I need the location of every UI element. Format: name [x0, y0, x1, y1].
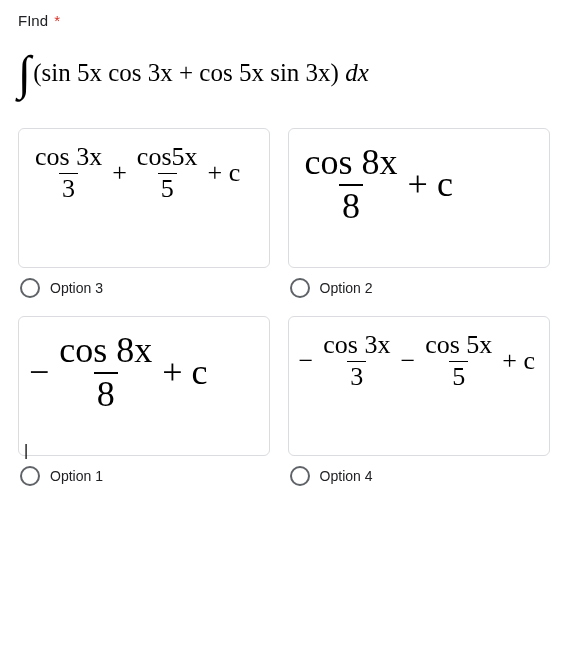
options-grid: cos 3x 3 + cos5x 5 + c Option 3 cos 8x 8	[18, 128, 550, 486]
option-radio-4[interactable]: Option 4	[288, 466, 550, 486]
title-text: FInd	[18, 12, 48, 29]
formula-option-1: − cos 8x 8 + c	[29, 331, 212, 414]
radio-icon	[290, 466, 310, 486]
integral-sign: ∫	[18, 45, 31, 100]
option-cell-2: cos 8x 8 + c Option 2	[288, 128, 550, 298]
frac-den: 3	[347, 361, 366, 392]
option-radio-1[interactable]: Option 1	[18, 466, 270, 486]
frac-num: cos 3x	[32, 143, 105, 173]
radio-icon	[290, 278, 310, 298]
formula-option-2: cos 8x 8 + c	[299, 143, 457, 226]
tail-text: + c	[162, 353, 207, 393]
leading-minus: −	[29, 353, 49, 393]
tail-text: + c	[208, 159, 241, 188]
frac-den: 5	[449, 361, 468, 392]
option-image-2[interactable]: cos 8x 8 + c	[288, 128, 550, 268]
tail-text: + c	[408, 165, 453, 205]
option-label: Option 3	[50, 280, 103, 296]
frac-num: cos 5x	[422, 331, 495, 361]
option-label: Option 2	[320, 280, 373, 296]
frac-num: cos 8x	[302, 143, 401, 184]
dx-text: dx	[345, 59, 369, 87]
option-label: Option 4	[320, 468, 373, 484]
radio-icon	[20, 278, 40, 298]
leading-minus: −	[299, 347, 314, 376]
option-radio-3[interactable]: Option 3	[18, 278, 270, 298]
option-image-4[interactable]: − cos 3x 3 − cos 5x 5 + c	[288, 316, 550, 456]
option-radio-2[interactable]: Option 2	[288, 278, 550, 298]
radio-icon	[20, 466, 40, 486]
option-cell-3: cos 3x 3 + cos5x 5 + c Option 3	[18, 128, 270, 298]
operator: −	[400, 347, 415, 376]
option-image-1[interactable]: − cos 8x 8 + c	[18, 316, 270, 456]
operator: +	[112, 159, 127, 188]
frac-num: cos 8x	[56, 331, 155, 372]
required-asterisk: *	[54, 12, 60, 29]
text-cursor: |	[24, 442, 28, 460]
frac-den: 5	[158, 173, 177, 204]
tail-text: + c	[502, 347, 535, 376]
question-title: FInd *	[18, 12, 550, 29]
option-cell-4: − cos 3x 3 − cos 5x 5 + c Option 4	[288, 316, 550, 486]
frac-num: cos 3x	[320, 331, 393, 361]
option-label: Option 1	[50, 468, 103, 484]
formula-option-3: cos 3x 3 + cos5x 5 + c	[29, 143, 244, 203]
option-image-3[interactable]: cos 3x 3 + cos5x 5 + c	[18, 128, 270, 268]
frac-den: 8	[339, 184, 363, 227]
option-cell-1: − cos 8x 8 + c Option 1 |	[18, 316, 270, 486]
formula-option-4: − cos 3x 3 − cos 5x 5 + c	[299, 331, 539, 391]
frac-den: 3	[59, 173, 78, 204]
question-formula: ∫ (sin 5x cos 3x + cos 5x sin 3x) dx	[18, 45, 550, 100]
frac-den: 8	[94, 372, 118, 415]
frac-num: cos5x	[134, 143, 201, 173]
integrand-text: (sin 5x cos 3x + cos 5x sin 3x)	[33, 59, 339, 87]
